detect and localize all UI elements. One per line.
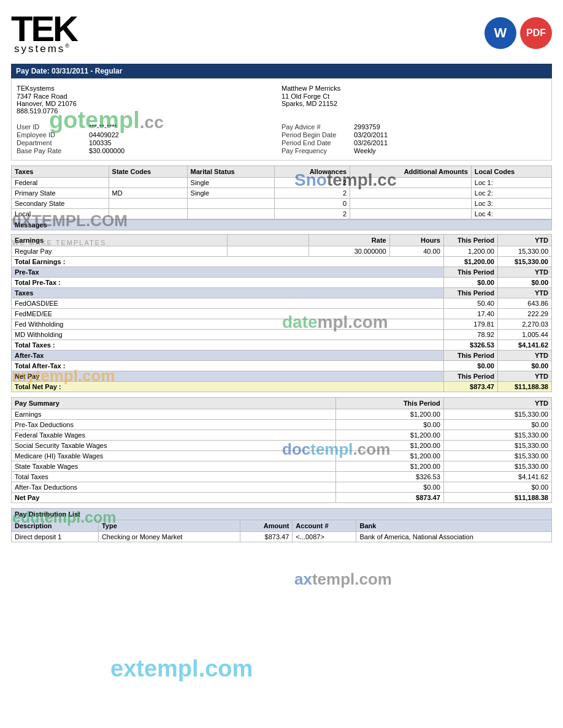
tax-allowances: 0 — [275, 199, 350, 209]
summary-this-period: $1,200.00 — [335, 409, 443, 420]
netpay-total-row: Total Net Pay : $873.47 $11,188.38 — [12, 382, 552, 392]
employee-id-value: 04409022 — [89, 131, 119, 138]
pay-date-bar: Pay Date: 03/31/2011 - Regular — [11, 64, 552, 78]
pretax-total-this-period: $0.00 — [443, 278, 497, 288]
summary-desc: Medicare (HI) Taxable Wages — [12, 451, 336, 461]
aftertax-total-label: Total After-Tax : — [12, 361, 444, 371]
employer-info: TEKsystems 7347 Race Road Hanover, MD 21… — [17, 83, 282, 119]
pretax-total-label: Total Pre-Tax : — [12, 278, 444, 288]
summary-this-period: $326.53 — [335, 472, 443, 482]
pdf-icon[interactable]: PDF — [520, 17, 552, 49]
aftertax-section-header: After-Tax This Period YTD — [12, 351, 552, 361]
period-end-value: 03/26/2011 — [354, 139, 388, 146]
netpay-ytd-header: YTD — [497, 371, 551, 382]
tax-allowances: 2 — [275, 178, 350, 188]
info-grid: TEKsystems 7347 Race Road Hanover, MD 21… — [17, 83, 546, 119]
tax-additional-amounts — [350, 199, 472, 209]
earnings-rate: 30.000000 — [308, 246, 389, 257]
user-id-label: User ID — [17, 123, 84, 131]
dist-bank-header: Bank — [356, 520, 552, 532]
employee-address2: Sparks, MD 21152 — [282, 100, 546, 107]
earnings-blank — [228, 246, 308, 257]
dist-row-1: Direct deposit 1 Checking or Money Marke… — [12, 532, 552, 542]
summary-desc: Social Security Taxable Wages — [12, 441, 336, 451]
additional-amounts-col-header: Additional Amounts — [350, 166, 472, 178]
summary-ytd: $15,330.00 — [443, 461, 551, 472]
summary-this-period: $1,200.00 — [335, 430, 443, 441]
dist-type: Checking or Money Market — [98, 532, 240, 542]
icons-area: W PDF — [484, 17, 552, 49]
aftertax-total-ytd: $0.00 — [497, 361, 551, 371]
word-icon[interactable]: W — [484, 17, 516, 49]
pay-summary-row: After-Tax Deductions $0.00 $0.00 — [12, 482, 552, 493]
summary-ytd: $0.00 — [443, 420, 551, 430]
tax-fedmed-ytd: 222.29 — [497, 309, 551, 319]
allowances-col-header: Allowances — [275, 166, 350, 178]
earnings-total-ytd: $15,330.00 — [497, 257, 551, 267]
tax-local-codes: Loc 4: — [471, 209, 551, 219]
header: TEK systems® W PDF — [11, 11, 552, 55]
employer-name: TEKsystems — [17, 85, 282, 92]
user-id-row: User ID ***-**-**** — [17, 123, 282, 131]
earnings-total-row: Total Earnings : $1,200.00 $15,330.00 — [12, 257, 552, 267]
dist-type-header: Type — [98, 520, 240, 532]
taxes-table-row: Local 2 Loc 4: — [12, 209, 552, 219]
taxes-ytd-header: YTD — [497, 288, 551, 298]
tax-marital-status — [187, 199, 275, 209]
dist-amount-header: Amount — [240, 520, 293, 532]
pay-summary-row: State Taxable Wages $1,200.00 $15,330.00 — [12, 461, 552, 472]
taxes-table-row: Federal Single 2 Loc 1: — [12, 178, 552, 188]
summary-desc: Federal Taxable Wages — [12, 430, 336, 441]
tax-row-fedoasdi: FedOASDI/EE 50.40 643.86 — [12, 298, 552, 309]
tax-name: Secondary State — [12, 199, 109, 209]
tax-local-codes: Loc 2: — [471, 188, 551, 199]
pretax-total-row: Total Pre-Tax : $0.00 $0.00 — [12, 278, 552, 288]
summary-ytd: $15,330.00 — [443, 451, 551, 461]
pay-freq-row: Pay Frequency Weekly — [282, 147, 546, 154]
dist-bank: Bank of America, National Association — [356, 532, 552, 542]
tax-desc-fedmed: FedMED/EE — [12, 309, 444, 319]
aftertax-ytd-header: YTD — [497, 351, 551, 361]
dist-desc-header: Description — [12, 520, 99, 532]
tax-state-code — [109, 199, 187, 209]
netpay-total-label: Total Net Pay : — [12, 382, 444, 392]
earnings-ytd: 15,330.00 — [497, 246, 551, 257]
employer-address1: 7347 Race Road — [17, 93, 282, 100]
user-id-value: ***-**-**** — [89, 123, 117, 131]
taxes-this-period-header: This Period — [443, 288, 497, 298]
logo-area: TEK systems® — [11, 11, 77, 55]
earnings-total-label: Total Earnings : — [12, 257, 444, 267]
pretax-this-period-header: This Period — [443, 267, 497, 278]
employee-info: Matthew P Merricks 11 Old Forge Ct Spark… — [282, 83, 546, 119]
earnings-blank-col — [228, 235, 308, 246]
tax-state-code — [109, 209, 187, 219]
summary-ytd: $4,141.62 — [443, 472, 551, 482]
user-details: User ID ***-**-**** Employee ID 04409022… — [17, 123, 282, 155]
earnings-total-this-period: $1,200.00 — [443, 257, 497, 267]
pay-summary-row: Social Security Taxable Wages $1,200.00 … — [12, 441, 552, 451]
aftertax-this-period-header: This Period — [443, 351, 497, 361]
tax-row-fedmed: FedMED/EE 17.40 222.29 — [12, 309, 552, 319]
tax-marital-status: Single — [187, 188, 275, 199]
tax-local-codes: Loc 1: — [471, 178, 551, 188]
pay-summary-row: Federal Taxable Wages $1,200.00 $15,330.… — [12, 430, 552, 441]
taxes-table-row: Secondary State 0 Loc 3: — [12, 199, 552, 209]
pay-advice-label: Pay Advice # — [282, 123, 349, 131]
pay-freq-label: Pay Frequency — [282, 147, 349, 154]
tax-name: Local — [12, 209, 109, 219]
tax-fedwith-ytd: 2,270.03 — [497, 319, 551, 330]
earnings-this-period: 1,200.00 — [443, 246, 497, 257]
earnings-desc: Regular Pay — [12, 246, 228, 257]
earnings-col-header: Earnings — [12, 235, 228, 246]
aftertax-total-row: Total After-Tax : $0.00 $0.00 — [12, 361, 552, 371]
tax-row-fedwith: Fed Withholding 179.81 2,270.03 — [12, 319, 552, 330]
tax-additional-amounts — [350, 209, 472, 219]
pay-distribution-table: Pay Distribution List Description Type A… — [11, 508, 552, 542]
tax-fedoasdi-ytd: 643.86 — [497, 298, 551, 309]
tax-fedoasdi-period: 50.40 — [443, 298, 497, 309]
dist-account: <...0087> — [293, 532, 356, 542]
dist-amount: $873.47 — [240, 532, 293, 542]
summary-desc: Pre-Tax Deductions — [12, 420, 336, 430]
earnings-row-regular: Regular Pay 30.000000 40.00 1,200.00 15,… — [12, 246, 552, 257]
earnings-table: Earnings Rate Hours This Period YTD Regu… — [11, 234, 552, 392]
